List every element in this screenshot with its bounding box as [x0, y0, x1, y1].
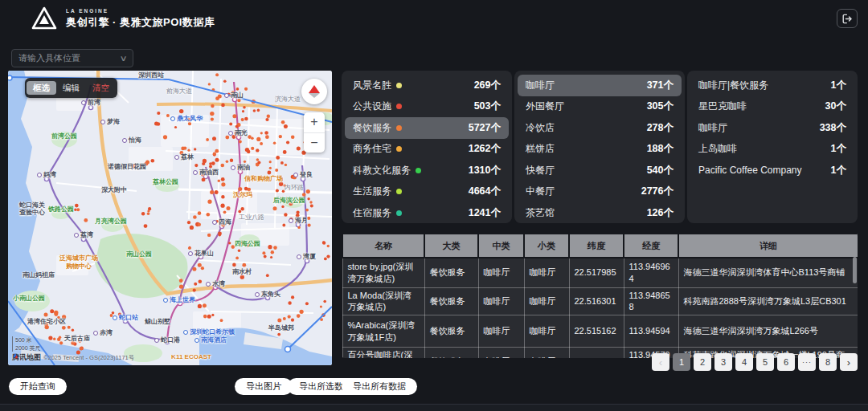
list-item-label: 咖啡厅|餐饮服务: [698, 79, 768, 92]
poi-table: 名称大类中类小类纬度经度详细store by.jpg(深圳湾万象城店)餐饮服务咖…: [342, 233, 858, 358]
page-ellipsis[interactable]: ···: [798, 353, 816, 371]
list-item-label: 生活服务: [353, 185, 402, 198]
list-item-label: 中餐厅: [526, 185, 555, 198]
brand-item-3[interactable]: 上岛咖啡1个: [690, 139, 854, 161]
page-button-5[interactable]: 5: [756, 353, 774, 371]
midcategory-item-2[interactable]: 冷饮店278个: [518, 117, 682, 139]
midcategory-item-6[interactable]: 茶艺馆126个: [518, 202, 682, 224]
table-row[interactable]: La Moda(深圳湾万象城店)餐饮服务咖啡厅咖啡厅22.516301113.9…: [342, 287, 858, 315]
tencent-map-logo-icon: [12, 352, 18, 359]
list-item-count: 126个: [647, 206, 674, 220]
table-cell: 餐饮服务: [424, 258, 478, 287]
brand-item-0[interactable]: 咖啡厅|餐饮服务1个: [690, 75, 854, 96]
list-item-count: 30个: [825, 100, 846, 113]
midcategory-item-3[interactable]: 糕饼店188个: [518, 139, 682, 161]
list-item-count: 2776个: [641, 185, 674, 198]
start-query-button[interactable]: 开始查询: [9, 378, 67, 395]
category-item-6[interactable]: 住宿服务1241个: [345, 202, 509, 224]
category-color-dot: [396, 210, 402, 216]
list-item-label: Pacific Coffee Company: [698, 165, 802, 176]
table-cell: La Moda(深圳湾万象城店): [342, 287, 424, 315]
page-button-3[interactable]: 3: [714, 353, 732, 371]
table-scrollbar[interactable]: [853, 257, 857, 283]
midcategory-item-4[interactable]: 快餐厅540个: [518, 160, 682, 181]
category-item-5[interactable]: 生活服务4664个: [345, 181, 509, 203]
table-cell: 22.517985: [569, 258, 624, 287]
zoom-in-button[interactable]: +: [304, 112, 325, 133]
midcategory-item-0[interactable]: 咖啡厅371个: [518, 75, 682, 96]
map-tool-group: 框选编辑清空: [25, 78, 117, 98]
brand-panel: 咖啡厅|餐饮服务1个星巴克咖啡30个咖啡厅338个上岛咖啡1个Pacific C…: [687, 71, 858, 223]
list-item-count: 371个: [647, 79, 674, 92]
list-item-count: 338个: [820, 121, 846, 135]
midcategory-item-1[interactable]: 外国餐厅305个: [518, 96, 682, 118]
category-item-3[interactable]: 商务住宅1262个: [345, 139, 509, 161]
table-cell: 咖啡厅: [524, 258, 569, 287]
pagination: ‹123456···8›: [652, 353, 858, 371]
brand-item-1[interactable]: 星巴克咖啡30个: [690, 96, 854, 118]
page-title: 奥创引擎 · 奥雅文旅POI数据库: [66, 15, 215, 30]
logout-button[interactable]: [837, 9, 858, 28]
app-root: LA ENGINE 奥创引擎 · 奥雅文旅POI数据库 请输入具体位置 ∨ 深圳…: [0, 0, 868, 411]
footer-strip: [0, 404, 868, 411]
category-item-1[interactable]: 公共设施503个: [345, 96, 509, 118]
table-cell: 咖啡厅: [478, 315, 524, 348]
map-tool-0[interactable]: 框选: [27, 81, 56, 95]
table-cell: 22.516301: [569, 287, 624, 315]
table-cell: 22.515162: [569, 315, 624, 348]
list-item-count: 5727个: [469, 121, 501, 135]
map-tool-2[interactable]: 清空: [86, 81, 116, 95]
table-cell: 咖啡厅: [524, 315, 569, 348]
table-header-中类: 中类: [478, 234, 524, 258]
category-item-0[interactable]: 风景名胜269个: [345, 75, 509, 96]
map-zoom-control: + −: [304, 112, 325, 153]
table-row[interactable]: store by.jpg(深圳湾万象城店)餐饮服务咖啡厅咖啡厅22.517985…: [342, 258, 858, 287]
page-button-2[interactable]: 2: [694, 353, 711, 371]
brand-item-2[interactable]: 咖啡厅338个: [690, 117, 854, 139]
list-item-count: 4664个: [469, 185, 501, 198]
zoom-out-button[interactable]: −: [304, 133, 325, 153]
page-button-1[interactable]: 1: [673, 353, 690, 371]
table-cell: 咖啡厅: [478, 258, 524, 287]
list-item-count: 1241个: [469, 206, 501, 220]
page-button-6[interactable]: 6: [777, 353, 795, 371]
list-item-count: 1310个: [469, 164, 501, 177]
brand-item-4[interactable]: Pacific Coffee Company1个: [690, 160, 854, 181]
category-color-dot: [396, 104, 402, 109]
table-cell: 113.948658: [624, 287, 678, 315]
category-item-2[interactable]: 餐饮服务5727个: [345, 117, 509, 139]
top-bar: LA ENGINE 奥创引擎 · 奥雅文旅POI数据库: [0, 0, 868, 39]
list-item-label: 商务住宅: [353, 142, 402, 156]
map-canvas[interactable]: 深圳西站前湾梦海怡海前湾公园诺德假日花园妈湾深大附中蛇口海关查验中心铁路公园前海…: [8, 71, 332, 365]
export-all-button[interactable]: 导出所有数据: [342, 378, 417, 395]
table-row[interactable]: %Arabica(深圳湾万象城1F店)餐饮服务咖啡厅咖啡厅22.51516211…: [342, 315, 858, 348]
category-item-4[interactable]: 科教文化服务1310个: [345, 160, 509, 181]
logout-icon: [841, 14, 853, 24]
list-item-label: 茶艺馆: [526, 206, 555, 220]
list-item-label: 风景名胜: [353, 79, 402, 92]
export-image-button[interactable]: 导出图片: [235, 378, 293, 395]
compass-icon[interactable]: [301, 79, 327, 104]
list-item-label: 科教文化服务: [353, 164, 421, 177]
location-select[interactable]: 请输入具体位置 ∨: [11, 49, 133, 67]
category-color-dot: [396, 146, 402, 152]
table-cell: 22.516544: [569, 348, 624, 358]
table-cell: 科苑南路2888号深圳湾万象城L3层CB301: [678, 287, 858, 315]
page-button-8[interactable]: 8: [819, 353, 837, 371]
table-cell: 113.946964: [624, 258, 678, 287]
map-attribution: 腾讯地图 ©2025 Tencent - GS(2023)1171号: [12, 352, 134, 363]
map-tool-1[interactable]: 编辑: [56, 81, 86, 95]
page-prev-button[interactable]: ‹: [652, 353, 669, 371]
table-cell: store by.jpg(深圳湾万象城店): [342, 258, 424, 287]
list-item-count: 269个: [474, 79, 501, 92]
list-item-label: 上岛咖啡: [698, 142, 737, 156]
page-next-button[interactable]: ›: [840, 353, 858, 371]
page-button-4[interactable]: 4: [735, 353, 753, 371]
table-cell: 餐饮服务: [424, 348, 478, 358]
list-item-label: 餐饮服务: [353, 121, 402, 135]
category-color-dot: [396, 189, 402, 194]
midcategory-item-5[interactable]: 中餐厅2776个: [518, 181, 682, 203]
list-item-label: 糕饼店: [526, 142, 555, 156]
table-header-小类: 小类: [524, 234, 569, 258]
list-item-label: 外国餐厅: [526, 100, 564, 113]
